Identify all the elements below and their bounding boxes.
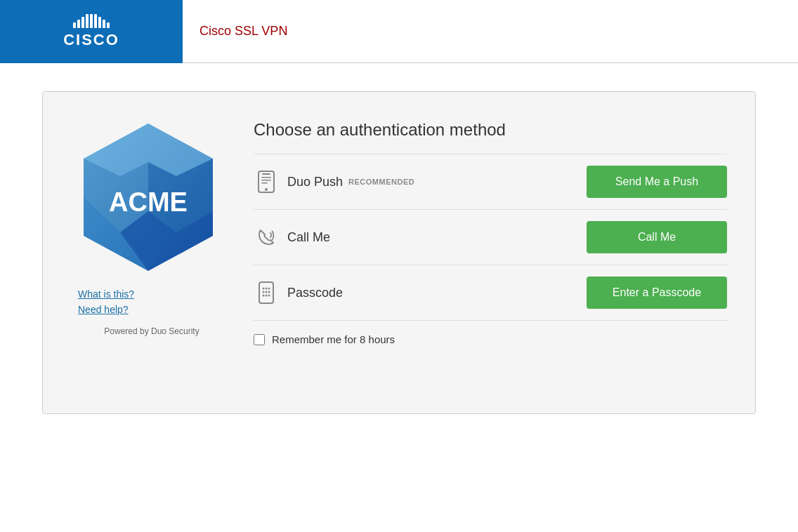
svg-point-22 (266, 295, 268, 297)
powered-by-text: Powered by Duo Security (97, 326, 199, 336)
left-panel: ACME What is this? Need help? Powered by… (71, 120, 225, 385)
svg-rect-9 (262, 173, 270, 175)
passcode-label: Passcode (287, 286, 578, 300)
auth-row-call-me: Call Me Call Me (254, 210, 727, 265)
call-me-label: Call Me (287, 230, 578, 245)
header: CISCO Cisco SSL VPN (0, 0, 798, 63)
auth-row-duo-push: Duo Push RECOMMENDED Send Me a Push (254, 154, 727, 210)
svg-point-20 (268, 291, 270, 293)
svg-rect-11 (261, 180, 271, 181)
page-body: ACME What is this? Need help? Powered by… (0, 63, 798, 442)
duo-push-label: Duo Push RECOMMENDED (287, 175, 578, 189)
phone-call-icon (254, 225, 279, 250)
right-panel: Choose an authentication method (254, 120, 727, 385)
need-help-link[interactable]: Need help? (78, 304, 225, 315)
passcode-icon (254, 280, 279, 305)
links-section: What is this? Need help? (71, 288, 225, 315)
svg-point-19 (266, 291, 268, 293)
recommended-badge: RECOMMENDED (348, 178, 414, 186)
send-push-button[interactable]: Send Me a Push (587, 166, 727, 198)
remember-me-row: Remember me for 8 hours (254, 321, 727, 345)
svg-point-21 (263, 295, 265, 297)
call-me-button[interactable]: Call Me (587, 221, 727, 253)
what-is-this-link[interactable]: What is this? (78, 288, 225, 300)
auth-title: Choose an authentication method (254, 120, 727, 140)
svg-point-23 (268, 295, 270, 297)
brand-logo: ACME (78, 120, 218, 274)
svg-point-17 (268, 288, 270, 290)
cisco-wordmark: CISCO (63, 31, 119, 49)
phone-push-icon (254, 169, 279, 194)
svg-point-16 (266, 288, 268, 290)
svg-point-15 (263, 288, 265, 290)
cisco-logo: CISCO (0, 0, 183, 63)
auth-row-passcode: Passcode Enter a Passcode (254, 265, 727, 321)
svg-rect-12 (261, 182, 268, 184)
cisco-bars-icon (73, 14, 110, 28)
page-title: Cisco SSL VPN (200, 24, 287, 39)
svg-text:ACME: ACME (109, 187, 188, 217)
remember-me-label: Remember me for 8 hours (272, 333, 395, 345)
svg-point-18 (263, 291, 265, 293)
svg-rect-10 (261, 177, 271, 178)
enter-passcode-button[interactable]: Enter a Passcode (587, 277, 727, 309)
auth-card: ACME What is this? Need help? Powered by… (42, 91, 756, 414)
auth-methods-list: Duo Push RECOMMENDED Send Me a Push (254, 154, 727, 321)
svg-point-13 (265, 188, 268, 191)
remember-me-checkbox[interactable] (254, 334, 265, 345)
